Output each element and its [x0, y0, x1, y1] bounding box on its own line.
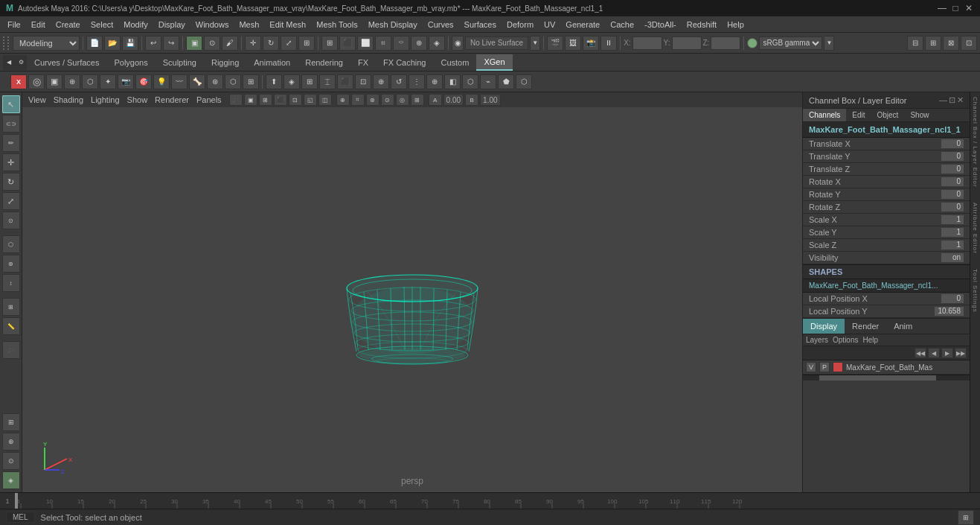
save-file-button[interactable]: 💾 [122, 36, 138, 51]
tab-show[interactable]: Show [904, 109, 935, 121]
menu-mesh[interactable]: Mesh [234, 19, 263, 31]
cam-frame-button[interactable]: ⬜ [357, 36, 374, 51]
snap-grid-button[interactable]: ⌗ [375, 36, 391, 51]
layer-tab-help[interactable]: Help [862, 336, 878, 344]
paint-select-button[interactable]: 🖌 [222, 36, 238, 51]
display-layout-3[interactable]: ⊠ [943, 36, 959, 51]
vp-icon-sel[interactable]: ▣ [244, 94, 257, 106]
vp-icon-a[interactable]: A [429, 94, 442, 106]
tool-insert-button[interactable]: ⌁ [480, 74, 496, 89]
move-tool-left[interactable]: ✛ [2, 153, 20, 171]
menu-edit[interactable]: Edit [27, 19, 50, 31]
menu-mesh-tools[interactable]: Mesh Tools [312, 19, 362, 31]
rotate-tool-button[interactable]: ↻ [263, 36, 279, 51]
menu-create[interactable]: Create [51, 19, 85, 31]
tool-append-button[interactable]: ⊕ [426, 74, 443, 89]
tool-ik-button[interactable]: 🦴 [189, 74, 205, 89]
layer-color-swatch[interactable] [833, 362, 843, 372]
menu-cache[interactable]: Cache [606, 19, 638, 31]
vp-menu-show[interactable]: Show [124, 95, 151, 104]
channel-visibility[interactable]: Visibility on [803, 252, 970, 264]
menu-edit-mesh[interactable]: Edit Mesh [265, 19, 310, 31]
tab-settings-button[interactable]: ⚙ [15, 55, 27, 70]
layer-nav-last[interactable]: ▶▶ [955, 348, 967, 358]
tool-fill-button[interactable]: ⬛ [337, 74, 353, 89]
vp-snap2[interactable]: ⌗ [351, 94, 365, 106]
menu-uv[interactable]: UV [539, 19, 560, 31]
layer-nav-first[interactable]: ◀◀ [915, 348, 926, 358]
tool-spin-button[interactable]: ↺ [391, 74, 407, 89]
bottom-left-btn4[interactable]: ◈ [2, 471, 20, 489]
tool-bridge-button[interactable]: ⌶ [319, 74, 336, 89]
vp-snap5[interactable]: ◎ [396, 94, 409, 106]
vp-icon-uvs[interactable]: ◫ [318, 94, 332, 106]
tool-subdivide-button[interactable]: ⊡ [355, 74, 371, 89]
layer-tab-options[interactable]: Options [833, 336, 858, 344]
vp-icon-shade[interactable]: ⬛ [274, 94, 287, 106]
tab-custom[interactable]: Custom [434, 54, 477, 71]
x-input[interactable] [632, 36, 662, 50]
channel-translate-x[interactable]: Translate X 0 [803, 138, 970, 150]
menu-curves[interactable]: Curves [423, 19, 458, 31]
tab-edit[interactable]: Edit [846, 109, 871, 121]
ipr-button[interactable]: 🖼 [565, 36, 581, 51]
menu-modify[interactable]: Modify [119, 19, 152, 31]
tool-deform-button[interactable]: ⊛ [207, 74, 223, 89]
new-file-button[interactable]: 📄 [86, 36, 103, 51]
menu-mesh-display[interactable]: Mesh Display [364, 19, 422, 31]
tool-circle-button[interactable]: ◎ [28, 74, 45, 89]
vp-snap1[interactable]: ⊕ [336, 94, 350, 106]
sculpt-left[interactable]: ⊛ [2, 255, 20, 273]
tab-rendering[interactable]: Rendering [298, 54, 350, 71]
menu-display[interactable]: Display [154, 19, 190, 31]
menu-windows[interactable]: Windows [191, 19, 234, 31]
menu-redshift[interactable]: Redshift [682, 19, 721, 31]
close-button[interactable]: ✕ [964, 3, 974, 13]
tool-multi-button[interactable]: ⋮ [409, 74, 425, 89]
move-tool-button[interactable]: ✛ [245, 36, 261, 51]
viewport[interactable]: View Shading Lighting Show Renderer Pane… [22, 92, 802, 492]
render-button[interactable]: 🎬 [547, 36, 563, 51]
menu-generate[interactable]: Generate [561, 19, 604, 31]
layer-tab-layers[interactable]: Layers [806, 336, 828, 344]
live-surface-toggle[interactable]: ◉ [452, 36, 464, 51]
tool-target-button[interactable]: ⊕ [64, 74, 80, 89]
vp-menu-panels[interactable]: Panels [193, 95, 225, 104]
layer-pickable-toggle[interactable]: P [819, 362, 830, 372]
display-layout-2[interactable]: ⊞ [925, 36, 941, 51]
tab-curves-surfaces[interactable]: Curves / Surfaces [27, 54, 106, 71]
layer-nav-prev[interactable]: ◀ [928, 348, 940, 358]
redo-button[interactable]: ↪ [163, 36, 179, 51]
panel-close-icon[interactable]: ✕ [957, 95, 964, 105]
channel-local-pos-x[interactable]: Local Position X 0 [803, 293, 970, 305]
command-mode-label[interactable]: MEL [6, 512, 35, 523]
tool-blend-button[interactable]: ⬡ [225, 74, 241, 89]
tool-connect-button[interactable]: ⊞ [301, 74, 318, 89]
vp-menu-shading[interactable]: Shading [51, 95, 86, 104]
tab-fx[interactable]: FX [350, 54, 376, 71]
select-tool-left[interactable]: ↖ [2, 95, 20, 113]
vp-menu-renderer[interactable]: Renderer [152, 95, 192, 104]
channel-scale-y[interactable]: Scale Y 1 [803, 226, 970, 239]
redirect-left[interactable]: ↕ [2, 274, 20, 292]
tool-bevel-button[interactable]: ◈ [284, 74, 300, 89]
vp-snap6[interactable]: ⊞ [411, 94, 424, 106]
layer-item[interactable]: V P MaxKare_Foot_Bath_Mas [803, 360, 970, 375]
tab-polygons[interactable]: Polygons [106, 54, 155, 71]
tool-aim-button[interactable]: 🎯 [135, 74, 152, 89]
tool-node-button[interactable]: ⬡ [82, 74, 98, 89]
tool-square-button[interactable]: ▣ [46, 74, 63, 89]
tab-sculpting[interactable]: Sculpting [156, 54, 204, 71]
maximize-button[interactable]: □ [950, 3, 961, 13]
tab-animation[interactable]: Animation [246, 54, 298, 71]
vp-icon-wire[interactable]: ⊡ [289, 94, 302, 106]
pause-render-button[interactable]: ⏸ [601, 36, 617, 51]
gamma-options[interactable]: ▼ [824, 36, 834, 51]
vp-snap4[interactable]: ⊙ [381, 94, 394, 106]
universal-tool-button[interactable]: ⊞ [298, 36, 315, 51]
channel-rotate-y[interactable]: Rotate Y 0 [803, 188, 970, 201]
display-grid-button[interactable]: ⊞ [321, 36, 338, 51]
timeline-track[interactable]: 5 10 15 20 25 30 35 40 45 [15, 493, 980, 509]
rotate-tool-left[interactable]: ↻ [2, 173, 20, 191]
panel-minimize-icon[interactable]: — [939, 95, 947, 105]
